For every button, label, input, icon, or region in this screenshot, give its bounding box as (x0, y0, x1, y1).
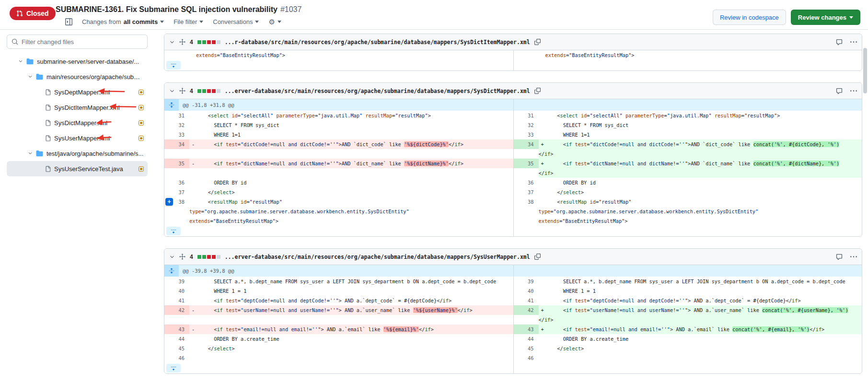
add-comment-button[interactable]: + (165, 198, 173, 206)
diffstat-square (217, 40, 220, 44)
expand-down-button[interactable] (166, 61, 181, 69)
line-number[interactable]: 35 (514, 159, 539, 168)
diff-marker: + (539, 305, 545, 315)
diff-body: @@ -31,8 +31,8 @@31 <select id="selectAl… (164, 99, 862, 236)
kebab-menu-button[interactable] (850, 39, 857, 46)
line-number[interactable]: 36 (164, 178, 189, 187)
expand-hunk-button[interactable] (164, 99, 179, 111)
line-number[interactable]: 32 (164, 120, 189, 130)
line-number[interactable]: 37 (514, 187, 539, 197)
conversations-dropdown[interactable]: Conversations (213, 18, 259, 25)
line-number[interactable]: 43 (164, 324, 189, 334)
gear-icon: ⚙ (268, 18, 275, 25)
tree-file-row[interactable]: SysDictItemMapper.xml (7, 100, 148, 115)
chevron-down-icon (199, 21, 203, 23)
diff-line-pair: 33 WHERE 1=133 WHERE 1=1 (164, 130, 862, 139)
code-line: <select id="selectAll" parameterType="ja… (539, 111, 862, 120)
copy-path-button[interactable] (534, 39, 541, 45)
file-filter-dropdown[interactable]: File filter (174, 18, 203, 25)
expand-diff-row (164, 226, 862, 236)
code-line: SELECT * FROM sys_dict (189, 120, 513, 130)
diff-settings-dropdown[interactable]: ⚙ (268, 18, 281, 25)
line-number[interactable]: 33 (514, 130, 539, 139)
line-number[interactable] (164, 50, 189, 60)
line-number[interactable]: 45 (514, 344, 539, 353)
line-number[interactable]: 43 (514, 324, 539, 334)
line-number[interactable]: 44 (164, 334, 189, 344)
tree-file-row[interactable]: SysDictMapper.xml (7, 115, 148, 130)
diff-line-pair: 31 <select id="selectAll" parameterType=… (164, 111, 862, 120)
drag-handle-icon[interactable] (179, 88, 185, 94)
line-number[interactable]: 32 (514, 120, 539, 130)
tree-file-row[interactable]: SysDeptMapper.xml (7, 84, 148, 100)
kebab-menu-button[interactable] (850, 88, 857, 94)
folder-icon (26, 58, 34, 65)
line-number[interactable]: 39 (514, 277, 539, 286)
tree-folder-row[interactable]: submarine-server/server-database/... (7, 54, 148, 69)
collapse-file-button[interactable] (169, 39, 175, 45)
file-icon (45, 135, 51, 141)
file-filter-input[interactable] (22, 38, 143, 46)
collapse-file-button[interactable] (169, 88, 175, 94)
line-number[interactable]: 42 (514, 305, 539, 315)
line-number[interactable]: 46 (164, 353, 189, 363)
collapse-file-button[interactable] (169, 254, 175, 260)
copy-path-button[interactable] (534, 88, 541, 94)
code-line: WHERE 1 = 1 (539, 286, 862, 296)
copy-path-button[interactable] (534, 254, 541, 260)
line-number[interactable]: 34 (514, 139, 539, 149)
expand-down-button[interactable] (166, 364, 181, 372)
line-number[interactable]: 40 (514, 286, 539, 296)
page-title: SUBMARINE-1361. Fix Submarine SQL inject… (56, 5, 301, 14)
expand-diff-row (164, 60, 862, 70)
chevron-down-icon (160, 21, 164, 23)
chevron-down-icon[interactable] (28, 151, 33, 156)
expand-hunk-button[interactable] (164, 265, 179, 277)
tree-folder-row[interactable]: main/resources/org/apache/subm... (7, 69, 148, 84)
line-number[interactable]: 34 (164, 139, 189, 149)
line-number[interactable]: 33 (164, 130, 189, 139)
line-number[interactable] (514, 50, 539, 60)
drag-handle-icon[interactable] (179, 254, 185, 260)
tree-file-row[interactable]: SysUserMapper.xml (7, 130, 148, 146)
diffstat-square (217, 89, 220, 93)
changes-from-dropdown[interactable]: Changes from all commits (82, 18, 164, 25)
line-number[interactable]: 31 (164, 111, 189, 120)
line-number[interactable]: 36 (514, 178, 539, 187)
line-number[interactable]: 38+ (164, 197, 189, 207)
app-header: Closed SUBMARINE-1361. Fix Submarine SQL… (0, 0, 868, 30)
line-number[interactable]: 46 (514, 353, 539, 363)
line-number[interactable]: 42 (164, 305, 189, 315)
review-changes-button[interactable]: Review changes (791, 10, 860, 25)
drag-handle-icon[interactable] (179, 39, 185, 45)
diff-line-pair: 37 </select>37 </select> (164, 187, 862, 197)
tree-file-row[interactable]: SysUserServiceTest.java (7, 161, 148, 176)
line-number[interactable]: 39 (164, 277, 189, 286)
line-number[interactable]: 40 (164, 286, 189, 296)
expand-down-button[interactable] (166, 227, 181, 235)
chevron-down-icon[interactable] (18, 59, 23, 64)
kebab-menu-button[interactable] (850, 254, 857, 260)
chevron-down-icon[interactable] (28, 74, 33, 79)
comment-icon[interactable] (836, 39, 843, 46)
line-number[interactable]: 31 (514, 111, 539, 120)
code-line: SELECT * FROM sys_dict (539, 120, 862, 130)
review-in-codespace-button[interactable]: Review in codespace (713, 10, 786, 25)
file-name: SysDictItemMapper.xml (54, 104, 120, 111)
line-number[interactable]: 41 (164, 296, 189, 305)
sidebar-toggle-icon[interactable] (65, 18, 72, 25)
line-number[interactable]: 41 (514, 296, 539, 305)
file-icon (45, 104, 51, 111)
line-number[interactable]: 38 (514, 197, 539, 207)
line-number[interactable]: 45 (164, 344, 189, 353)
line-number[interactable]: 37 (164, 187, 189, 197)
line-number[interactable]: 35 (164, 159, 189, 168)
scrollbar-thumb[interactable] (863, 48, 867, 93)
diff-marker: - (189, 324, 196, 334)
tree-folder-row[interactable]: test/java/org/apache/submarine/s... (7, 146, 148, 161)
comment-icon[interactable] (836, 88, 843, 94)
code-line: - <if test="dictName!=null and dictName!… (189, 159, 513, 168)
comment-icon[interactable] (836, 254, 843, 260)
hunk-range: @@ -39,8 +39,8 @@ (179, 266, 234, 276)
line-number[interactable]: 44 (514, 334, 539, 344)
